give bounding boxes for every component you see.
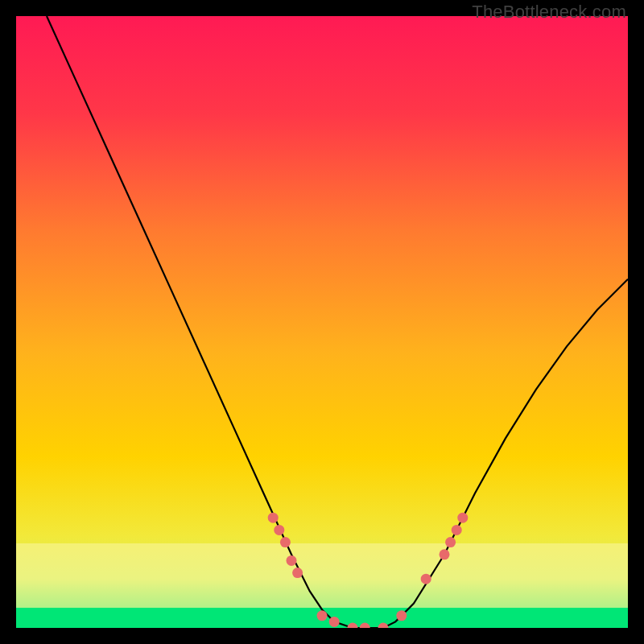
- bottleneck-chart: [16, 16, 628, 628]
- marker-dot: [317, 610, 328, 621]
- marker-dot: [421, 574, 431, 584]
- marker-dot: [396, 610, 407, 621]
- chart-frame: [16, 16, 628, 628]
- marker-dot: [457, 513, 468, 523]
- marker-dot: [280, 537, 291, 547]
- yellow-band: [16, 543, 628, 608]
- marker-dot: [329, 617, 340, 627]
- marker-dot: [440, 549, 450, 559]
- watermark-text: TheBottleneck.com: [472, 2, 626, 23]
- marker-dot: [287, 555, 297, 566]
- marker-dot: [292, 568, 303, 578]
- marker-dot: [268, 513, 279, 523]
- marker-dot: [274, 525, 284, 535]
- marker-dot: [445, 537, 456, 547]
- marker-dot: [452, 525, 462, 535]
- gradient-background: [16, 16, 628, 628]
